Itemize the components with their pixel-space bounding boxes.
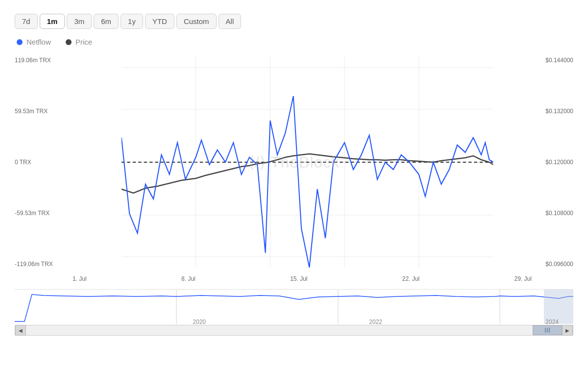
btn-1m[interactable]: 1m [40,14,65,29]
scroll-right-arrow[interactable]: ▶ [562,325,573,336]
btn-custom[interactable]: Custom [176,14,217,29]
scroll-track[interactable] [26,325,562,335]
mini-chart-container: 2020 2022 2024 ◀ ▶ [15,289,573,338]
legend-price: Price [66,38,92,46]
netflow-label: Netflow [26,38,51,46]
btn-1y[interactable]: 1y [121,14,143,29]
legend-netflow: Netflow [17,38,51,46]
chart-legend: Netflow Price [17,38,573,46]
x-label-2: 8. Jul [181,275,196,282]
svg-rect-12 [544,290,573,324]
netflow-dot [17,39,23,45]
scroll-thumb[interactable] [533,325,562,335]
time-range-bar: 7d 1m 3m 6m 1y YTD Custom All [15,14,573,29]
btn-6m[interactable]: 6m [94,14,119,29]
btn-all[interactable]: All [219,14,242,29]
btn-7d[interactable]: 7d [15,14,38,29]
x-label-3: 15. Jul [290,275,307,282]
mini-chart-svg [15,290,573,324]
scroll-left-arrow[interactable]: ◀ [15,325,26,336]
x-label-4: 22. Jul [402,275,419,282]
scroll-thumb-grip [545,328,550,333]
price-label: Price [75,38,92,46]
price-dot [66,39,72,45]
main-chart-svg [15,57,573,268]
scrollbar[interactable]: ◀ ▶ [15,325,573,336]
btn-3m[interactable]: 3m [67,14,92,29]
x-label-5: 29. Jul [514,275,532,282]
main-chart-area: 119.06m TRX 59.53m TRX 0 TRX -59.53m TRX… [15,57,573,268]
x-label-1: 1. Jul [73,275,87,282]
x-axis: 1. Jul 8. Jul 15. Jul 22. Jul 29. Jul [15,272,573,285]
btn-ytd[interactable]: YTD [145,14,174,29]
main-container: 7d 1m 3m 6m 1y YTD Custom All Netflow Pr… [0,0,588,392]
